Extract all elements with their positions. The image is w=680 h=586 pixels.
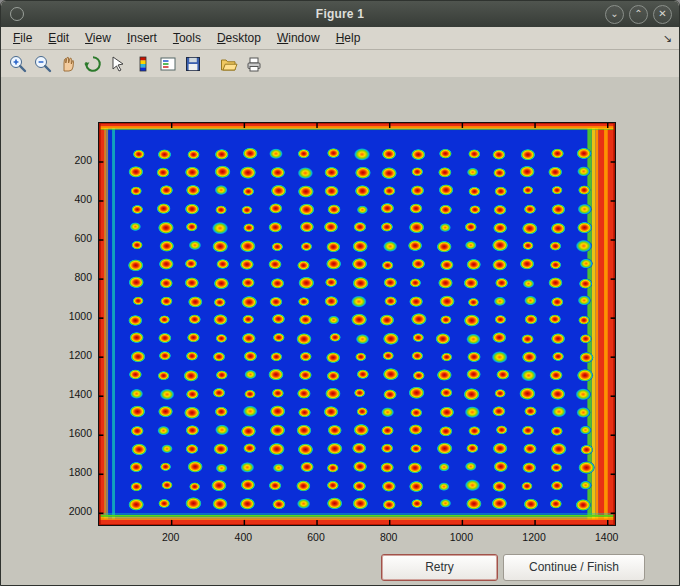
window-title: Figure 1: [1, 7, 679, 21]
maximize-button[interactable]: ⌃: [629, 5, 648, 24]
menu-edit[interactable]: Edit: [40, 29, 77, 47]
data-cursor-icon[interactable]: [106, 52, 130, 76]
menu-help[interactable]: Help: [328, 29, 369, 47]
menu-view[interactable]: View: [77, 29, 119, 47]
figure-toolbar: [1, 50, 679, 78]
x-tick-label: 400: [221, 531, 265, 543]
pan-hand-icon[interactable]: [56, 52, 80, 76]
y-tick-label: 1600: [54, 427, 92, 439]
menu-file[interactable]: File: [5, 29, 40, 47]
y-tick-label: 1400: [54, 388, 92, 400]
x-tick-label: 1000: [439, 531, 483, 543]
close-button[interactable]: ✕: [653, 5, 672, 24]
retry-button[interactable]: Retry: [381, 554, 498, 581]
y-tick-label: 1800: [54, 466, 92, 478]
menu-insert[interactable]: Insert: [119, 29, 165, 47]
y-tick-label: 600: [54, 232, 92, 244]
zoom-in-icon[interactable]: [6, 52, 30, 76]
toolbar-separator: [206, 52, 216, 76]
menubar: FileEditViewInsertToolsDesktopWindowHelp…: [1, 27, 679, 50]
continue-finish-button[interactable]: Continue / Finish: [503, 554, 645, 581]
x-tick-label: 1200: [512, 531, 556, 543]
titlebar: Figure 1 ⌄ ⌃ ✕: [1, 1, 679, 27]
menu-tools[interactable]: Tools: [165, 29, 209, 47]
insert-legend-icon[interactable]: [156, 52, 180, 76]
open-folder-icon[interactable]: [217, 52, 241, 76]
y-tick-label: 800: [54, 271, 92, 283]
print-icon[interactable]: [242, 52, 266, 76]
x-tick-label: 200: [149, 531, 193, 543]
y-tick-label: 200: [54, 154, 92, 166]
y-tick-label: 2000: [54, 505, 92, 517]
x-tick-label: 1400: [585, 531, 629, 543]
save-icon[interactable]: [181, 52, 205, 76]
x-tick-label: 800: [367, 531, 411, 543]
x-tick-label: 600: [294, 531, 338, 543]
y-tick-label: 400: [54, 193, 92, 205]
image-plot-axes: [98, 122, 616, 526]
colorbar-icon[interactable]: [131, 52, 155, 76]
menubar-corner-icon: ↘: [663, 32, 672, 45]
zoom-out-icon[interactable]: [31, 52, 55, 76]
rotate-3d-icon[interactable]: [81, 52, 105, 76]
shade-button[interactable]: ⌄: [605, 5, 624, 24]
y-tick-label: 1200: [54, 349, 92, 361]
menu-window[interactable]: Window: [269, 29, 328, 47]
window-menu-icon[interactable]: [10, 7, 24, 21]
figure-window: Figure 1 ⌄ ⌃ ✕ FileEditViewInsertToolsDe…: [0, 0, 680, 586]
y-tick-label: 1000: [54, 310, 92, 322]
microarray-image: [99, 123, 615, 525]
figure-canvas: Retry Continue / Finish 2004006008001000…: [1, 77, 679, 585]
window-controls: ⌄ ⌃ ✕: [605, 5, 672, 24]
menu-desktop[interactable]: Desktop: [209, 29, 269, 47]
